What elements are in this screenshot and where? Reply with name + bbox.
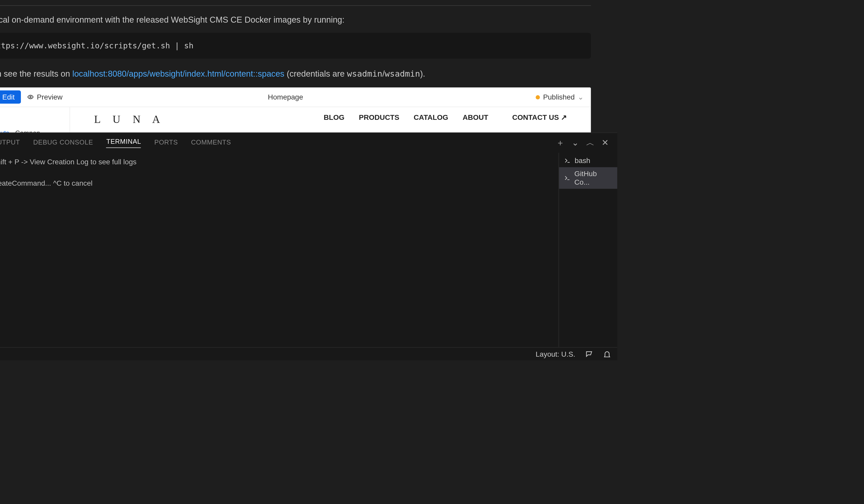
mock-nav: BLOGPRODUCTSCATALOGABOUT (324, 113, 488, 122)
readme-screenshot: Edit Preview Homepage Published⌄ Add Lay… (0, 87, 591, 132)
panel-tab-output[interactable]: OUTPUT (0, 138, 20, 148)
panel-tabs: PROBLEMSOUTPUTDEBUG CONSOLETERMINALPORTS… (0, 133, 617, 153)
terminal-list: bashGitHub Co... (559, 153, 617, 347)
panel-maximize-icon[interactable]: ︿ (586, 138, 595, 148)
panel-close-icon[interactable]: ✕ (602, 138, 609, 148)
mock-preview-button: Preview (27, 93, 62, 101)
readme-code-block: curl https://www.websight.io/scripts/get… (0, 33, 591, 58)
readme-blockquote: and then see the results on localhost:80… (0, 67, 591, 80)
mock-edit-button: Edit (0, 90, 21, 103)
status-layout[interactable]: Layout: U.S. (536, 350, 575, 358)
mock-published-badge: Published⌄ (536, 93, 584, 101)
terminal-output[interactable]: Use Cmd/Ctrl + Shift + P -> View Creatio… (0, 153, 559, 347)
mock-tab-layouts: Layouts (0, 130, 9, 133)
link-localhost[interactable]: localhost:8080/apps/websight/index.html/… (72, 69, 284, 78)
mock-page-title: Homepage (268, 93, 303, 101)
mock-luna-logo: L U N A (94, 113, 165, 126)
status-bell-icon[interactable] (603, 350, 611, 358)
terminal-github-co-[interactable]: GitHub Co... (559, 167, 617, 189)
mock-cta: CONTACT US ↗ (512, 113, 567, 122)
terminal-split-icon[interactable]: ⌄ (572, 138, 579, 148)
mock-add-label: Add (0, 112, 63, 121)
mock-tab-components: Compon... (15, 130, 46, 133)
terminal-bash[interactable]: bash (559, 154, 617, 167)
bottom-panel: PROBLEMSOUTPUTDEBUG CONSOLETERMINALPORTS… (0, 133, 617, 347)
panel-tab-terminal[interactable]: TERMINAL (106, 138, 141, 148)
panel-tab-comments[interactable]: COMMENTS (191, 138, 231, 148)
status-bar: ❯< Codespaces main ⓧ 0 ⚠ 0 0 Pull Reques… (0, 347, 617, 360)
panel-tab-debug-console[interactable]: DEBUG CONSOLE (33, 138, 93, 148)
status-feedback-icon[interactable] (585, 350, 593, 358)
svg-point-26 (29, 96, 31, 98)
readme-setup-text: Set up a local on-demand environment wit… (0, 13, 591, 27)
panel-tab-ports[interactable]: PORTS (154, 138, 178, 148)
markdown-preview: CI passing WebSight Starter WebSight Sta… (0, 0, 617, 133)
new-terminal-icon[interactable]: ＋ (556, 138, 564, 148)
readme-h2-playground: Playground (0, 0, 591, 6)
